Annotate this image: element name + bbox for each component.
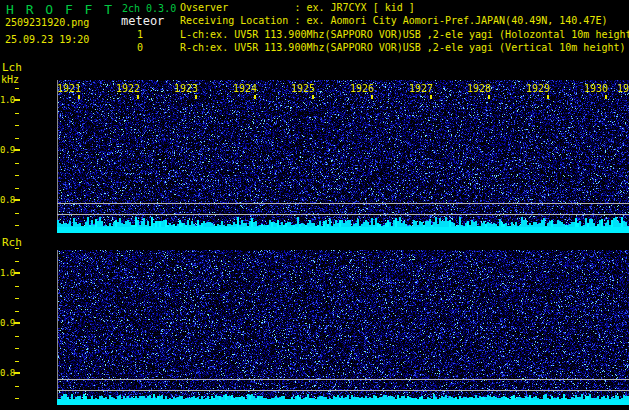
rch-band-line-upper	[57, 379, 629, 380]
lch-unit-label: kHz	[1, 74, 19, 85]
mode-label: meteor	[121, 14, 164, 28]
lch-band-line-upper	[57, 203, 629, 204]
rch-minor-tick	[15, 386, 19, 387]
lch-time-tick	[312, 95, 314, 99]
rch-minor-tick	[15, 361, 19, 362]
lch-minor-tick	[15, 188, 19, 189]
lch-minor-tick	[15, 113, 19, 114]
rch-tick-label: 0.8	[0, 368, 14, 378]
lch-tick-label: 0.8	[0, 195, 14, 205]
lch-tick-label: 0.9	[0, 145, 14, 155]
lch-time-tick	[547, 95, 549, 99]
lch-minor-tick	[15, 163, 19, 164]
lch-minor-tick	[15, 88, 19, 89]
rch-minor-tick	[15, 286, 19, 287]
lch-frequency-axis-line	[57, 80, 58, 233]
app-version: 2ch 0.3.0	[122, 3, 176, 14]
lch-major-tick	[14, 199, 20, 201]
rch-major-tick	[14, 372, 20, 374]
lch-time-label: 1928	[467, 83, 491, 94]
rch-minor-tick	[15, 336, 19, 337]
rch-minor-tick	[15, 261, 19, 262]
lch-time-tick	[78, 95, 80, 99]
rch-setup-line: R-ch:ex. UV5R 113.900Mhz(SAPPORO VOR)USB…	[180, 41, 629, 54]
rch-major-tick	[14, 272, 20, 274]
lch-minor-tick	[15, 175, 19, 176]
lch-setup-line: L-ch:ex. UV5R 113.900Mhz(SAPPORO VOR)USB…	[180, 28, 629, 41]
lch-time-tick	[430, 95, 432, 99]
lch-major-tick	[14, 149, 20, 151]
lch-time-tick	[488, 95, 490, 99]
lch-time-label: 1922	[116, 83, 140, 94]
lch-spectrogram	[57, 80, 629, 227]
lch-time-label: 1923	[174, 83, 198, 94]
lch-time-label: 1929	[526, 83, 550, 94]
lch-time-label: 1925	[291, 83, 315, 94]
lch-time-tick	[605, 95, 607, 99]
app-title: H R O F F T	[6, 2, 114, 17]
rch-frequency-axis-line	[57, 250, 58, 405]
lch-major-tick	[14, 99, 20, 101]
output-filename: 2509231920.png	[5, 17, 89, 28]
rch-tick-label: 0.9	[0, 318, 14, 328]
observer-info-block: Ovserver : ex. JR7CYX [ kid ] Receiving …	[180, 1, 629, 55]
lch-minor-tick	[15, 138, 19, 139]
observer-line: Ovserver : ex. JR7CYX [ kid ]	[180, 1, 629, 14]
rch-minor-tick	[15, 298, 19, 299]
meteor-count-2: 0	[137, 42, 143, 53]
lch-minor-tick	[15, 213, 19, 214]
lch-panel-label: Lch	[2, 62, 22, 74]
lch-time-label: 1930	[584, 83, 608, 94]
rch-minor-tick	[15, 311, 19, 312]
datetime-label: 25.09.23 19:20	[5, 34, 89, 45]
lch-time-label: 19	[617, 83, 629, 94]
rch-minor-tick	[15, 398, 19, 399]
lch-time-tick	[195, 95, 197, 99]
rch-minor-tick	[15, 348, 19, 349]
rch-minor-tick	[15, 248, 19, 249]
lch-time-tick	[371, 95, 373, 99]
rch-signal-level-graph	[57, 390, 629, 405]
rch-spectrogram	[57, 250, 629, 398]
lch-time-tick	[137, 95, 139, 99]
lch-time-tick	[254, 95, 256, 99]
lch-minor-tick	[15, 225, 19, 226]
lch-signal-level-graph	[57, 212, 629, 233]
meteor-count-1: 1	[137, 29, 143, 40]
rch-tick-label: 1.0	[0, 268, 14, 278]
lch-time-label: 1926	[350, 83, 374, 94]
lch-minor-tick	[15, 125, 19, 126]
rch-major-tick	[14, 322, 20, 324]
hrofft-window: H R O F F T 2ch 0.3.0 2509231920.png met…	[0, 0, 629, 410]
lch-time-label: 1921	[57, 83, 81, 94]
lch-tick-label: 1.0	[0, 95, 14, 105]
location-line: Receiving Location : ex. Aomori City Aom…	[180, 14, 629, 27]
lch-time-label: 1924	[233, 83, 257, 94]
lch-time-label: 1927	[409, 83, 433, 94]
